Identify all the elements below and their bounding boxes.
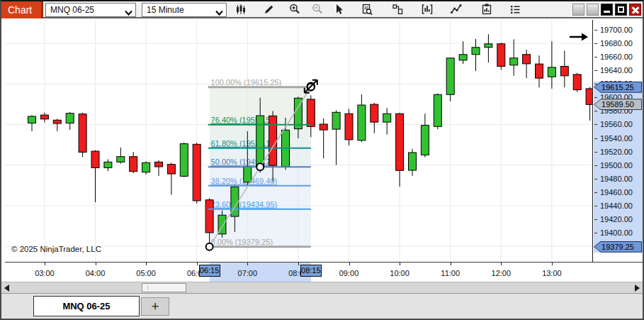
candle-up: [332, 112, 340, 129]
interval-selector-value: 15 Minute: [147, 5, 184, 15]
time-tick-mark: [349, 263, 350, 265]
fib-anchor-handle[interactable]: [206, 243, 213, 250]
chart-canvas[interactable]: 100.00% (19615.25)76.40% (19559.55)61.80…: [5, 20, 592, 262]
price-tick-label: 19660.00: [600, 53, 633, 61]
tab-bar: MNQ 06-25 +: [1, 293, 643, 319]
price-tick-label: 19400.00: [600, 228, 633, 237]
price-tick-mark: [594, 84, 597, 84]
properties-button[interactable]: [478, 2, 495, 19]
price-tick-mark: [594, 57, 597, 57]
candle-up: [421, 126, 429, 155]
candle-down: [269, 116, 277, 165]
maximize-icon: [618, 6, 624, 13]
price-tick-label: 19520.00: [600, 148, 633, 156]
indicators-icon: [421, 3, 434, 18]
tab-mnq-06-25[interactable]: MNQ 06-25: [33, 296, 140, 316]
zoom-in-icon: [288, 3, 301, 18]
candlestick-plot: 100.00% (19615.25)76.40% (19559.55)61.80…: [5, 20, 592, 262]
fib-level-label: 23.60% (19434.95): [211, 200, 278, 209]
title-bar: Chart MNQ 06-25 15 Minute: [1, 1, 643, 18]
interval-selector[interactable]: 15 Minute: [142, 3, 227, 17]
candle-down: [40, 115, 48, 119]
time-tick-label: 05:00: [136, 269, 156, 277]
price-tick-mark: [594, 179, 597, 180]
scroll-to-end-arrow-icon: [570, 33, 588, 41]
window-title-chart-tab[interactable]: Chart: [1, 1, 43, 18]
candle-down: [167, 165, 175, 174]
time-axis[interactable]: 03:0004:0005:0006:0007:0008:0009:0010:00…: [5, 262, 643, 282]
candle-down: [130, 157, 137, 172]
chart-trader-icon: [391, 3, 404, 18]
zoom-out-button[interactable]: [309, 2, 326, 19]
chart-style-button[interactable]: [232, 2, 249, 19]
time-tick-mark: [146, 263, 147, 265]
time-tick-mark: [247, 263, 248, 265]
candle-up: [358, 105, 366, 140]
strategies-icon: [450, 3, 463, 18]
candle-down: [586, 89, 592, 104]
price-tick-mark: [594, 97, 597, 98]
maximize-button[interactable]: [615, 4, 627, 16]
candle-down: [205, 200, 213, 233]
scroll-right-arrow-icon[interactable]: [635, 285, 640, 292]
candle-up: [446, 58, 454, 94]
time-tick-mark: [45, 263, 45, 265]
candle-down: [91, 151, 99, 167]
pointer-icon: [332, 3, 345, 18]
properties-icon: [480, 3, 493, 18]
fib-level-label: 61.80% (19525.10): [211, 139, 278, 148]
candle-up: [548, 67, 555, 77]
fib-anchor-handle[interactable]: [256, 163, 264, 170]
candle-down: [536, 64, 543, 78]
chevron-down-icon: [124, 7, 133, 20]
candle-up: [485, 44, 492, 48]
time-tick-label: 13:00: [542, 269, 562, 277]
price-axis[interactable]: 19700.0019680.0019660.0019640.0019620.00…: [592, 20, 643, 262]
candle-up: [510, 58, 518, 65]
price-tick-label: 19540.00: [600, 134, 633, 143]
price-tick-label: 19420.00: [600, 215, 633, 224]
zoom-in-button[interactable]: [286, 2, 303, 19]
price-tick-label: 19680.00: [600, 39, 633, 48]
time-tick-label: 12:00: [492, 269, 512, 277]
candle-down: [523, 55, 531, 64]
price-marker-value: 19589.50: [594, 99, 641, 109]
candle-down: [573, 75, 581, 90]
candle-up: [117, 157, 125, 162]
add-tab-button[interactable]: +: [141, 297, 169, 316]
window-button-blank-2[interactable]: [587, 4, 599, 16]
price-tick-label: 19640.00: [600, 66, 633, 75]
candle-up: [180, 144, 188, 177]
time-tick-mark: [451, 263, 451, 265]
scrollbar-grip: [147, 285, 148, 290]
minimize-button[interactable]: [601, 4, 613, 16]
chart-trader-button[interactable]: [389, 2, 406, 19]
close-button[interactable]: [629, 4, 641, 16]
indicators-button[interactable]: [419, 2, 436, 19]
data-series-button[interactable]: [358, 2, 375, 19]
data-series-icon: [361, 3, 373, 18]
price-marker-value: 19615.25: [594, 82, 641, 92]
fib-level-label: 76.40% (19559.55): [211, 116, 278, 124]
time-marker-badge: 08:15: [300, 265, 322, 277]
instrument-selector[interactable]: MNQ 06-25: [45, 3, 136, 17]
drawing-tools-button[interactable]: [261, 2, 278, 19]
strategies-button[interactable]: [448, 2, 465, 19]
time-tick-mark: [197, 263, 198, 265]
price-tick-mark: [594, 219, 597, 220]
pointer-button[interactable]: [330, 2, 347, 19]
candle-up: [409, 153, 417, 170]
scroll-left-arrow-icon[interactable]: [4, 285, 9, 292]
candle-down: [307, 99, 315, 126]
candle-up: [434, 94, 441, 126]
display-settings-button[interactable]: [507, 2, 524, 19]
time-tick-label: 03:00: [35, 269, 55, 277]
horizontal-scrollbar[interactable]: [1, 282, 643, 293]
scrollbar-thumb[interactable]: [142, 283, 186, 292]
candle-up: [459, 55, 467, 60]
chevron-down-icon: [215, 7, 224, 20]
candle-up: [104, 162, 112, 167]
window-button-blank-1[interactable]: [572, 4, 584, 16]
price-tick-mark: [594, 192, 597, 193]
price-marker-badge: 19615.25: [594, 82, 642, 93]
